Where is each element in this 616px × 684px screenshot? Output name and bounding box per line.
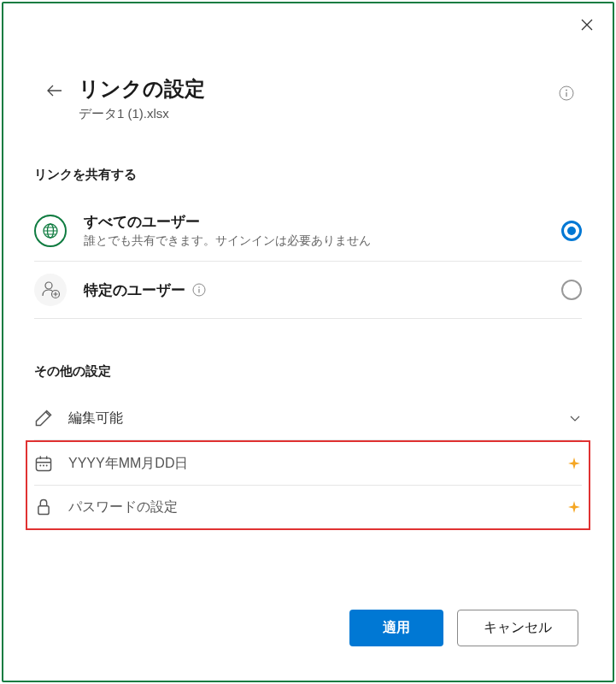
svg-point-9 xyxy=(39,464,41,466)
option-specific-title: 特定のユーザー xyxy=(84,280,185,300)
dialog-title: リンクの設定 xyxy=(79,75,578,103)
edit-permission-label: 編集可能 xyxy=(68,410,568,428)
calendar-icon xyxy=(34,454,53,473)
dialog-footer: 適用 キャンセル xyxy=(349,610,578,646)
svg-point-11 xyxy=(46,464,48,466)
highlighted-settings: YYYY年MM月DD日 パスワードの設定 xyxy=(26,440,590,530)
info-icon xyxy=(559,86,574,101)
svg-rect-8 xyxy=(36,458,50,471)
radio-everyone[interactable] xyxy=(561,221,582,241)
sparkle-icon xyxy=(566,456,582,471)
option-everyone-title: すべてのユーザー xyxy=(84,212,200,232)
chevron-down-icon xyxy=(568,411,582,425)
other-section-label: その他の設定 xyxy=(34,363,582,380)
apply-button[interactable]: 適用 xyxy=(349,610,443,646)
svg-point-4 xyxy=(45,282,52,289)
option-everyone-desc: 誰とでも共有できます。サインインは必要ありません xyxy=(84,233,561,249)
pencil-icon xyxy=(34,409,53,428)
back-arrow-icon xyxy=(46,84,63,97)
globe-icon xyxy=(42,222,59,239)
option-specific[interactable]: 特定のユーザー xyxy=(34,262,582,319)
share-section-label: リンクを共有する xyxy=(34,167,582,183)
option-everyone[interactable]: すべてのユーザー 誰とでも共有できます。サインインは必要ありません xyxy=(34,200,582,262)
svg-point-10 xyxy=(43,464,44,466)
file-name: データ1 (1).xlsx xyxy=(79,106,578,122)
globe-icon-container xyxy=(34,215,67,247)
back-button[interactable] xyxy=(43,80,67,103)
svg-rect-12 xyxy=(38,506,49,515)
sparkle-icon xyxy=(566,499,582,515)
cancel-button[interactable]: キャンセル xyxy=(457,610,578,646)
svg-point-7 xyxy=(198,286,200,288)
date-placeholder: YYYY年MM月DD日 xyxy=(68,455,566,473)
info-button[interactable] xyxy=(558,86,575,103)
radio-specific[interactable] xyxy=(561,280,582,300)
password-placeholder: パスワードの設定 xyxy=(68,498,566,516)
lock-icon xyxy=(34,498,53,516)
edit-permission-row[interactable]: 編集可能 xyxy=(34,397,582,440)
info-icon[interactable] xyxy=(192,283,206,297)
svg-point-1 xyxy=(566,90,567,91)
people-icon-container xyxy=(34,274,67,306)
password-row[interactable]: パスワードの設定 xyxy=(34,486,582,528)
dialog-header: リンクの設定 データ1 (1).xlsx xyxy=(3,3,613,122)
expiration-date-row[interactable]: YYYY年MM月DD日 xyxy=(34,442,582,486)
people-plus-icon xyxy=(39,279,62,301)
